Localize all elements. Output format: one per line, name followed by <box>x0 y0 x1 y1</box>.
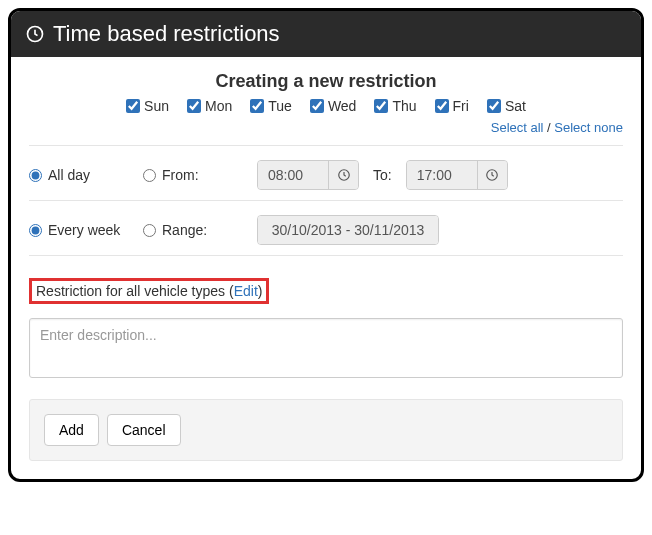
day-fri[interactable]: Fri <box>435 98 469 114</box>
clock-icon <box>25 24 45 44</box>
allday-label: All day <box>48 167 90 183</box>
panel-title: Time based restrictions <box>53 21 280 47</box>
time-restrictions-panel: Time based restrictions Creating a new r… <box>8 8 644 482</box>
day-sat-checkbox[interactable] <box>487 99 501 113</box>
day-wed[interactable]: Wed <box>310 98 357 114</box>
select-links: Select all / Select none <box>29 120 623 135</box>
from-time-input <box>257 160 359 190</box>
to-time-field[interactable] <box>407 161 477 189</box>
day-thu[interactable]: Thu <box>374 98 416 114</box>
day-wed-checkbox[interactable] <box>310 99 324 113</box>
day-tue-checkbox[interactable] <box>250 99 264 113</box>
day-sun-checkbox[interactable] <box>126 99 140 113</box>
week-row: Every week Range: <box>29 215 623 245</box>
cancel-button[interactable]: Cancel <box>107 414 181 446</box>
to-label: To: <box>373 167 392 183</box>
restriction-text: Restriction for all vehicle types <box>36 283 229 299</box>
everyweek-radio-group[interactable]: Every week <box>29 222 129 238</box>
range-label: Range: <box>162 222 207 238</box>
divider <box>29 145 623 146</box>
time-row: All day From: To: <box>29 160 623 190</box>
date-range-field[interactable] <box>258 216 438 244</box>
from-label: From: <box>162 167 199 183</box>
from-radio[interactable] <box>143 169 156 182</box>
everyweek-label: Every week <box>48 222 120 238</box>
subtitle: Creating a new restriction <box>29 71 623 92</box>
footer-actions: Add Cancel <box>29 399 623 461</box>
day-fri-checkbox[interactable] <box>435 99 449 113</box>
select-none-link[interactable]: Select none <box>554 120 623 135</box>
clock-icon[interactable] <box>477 161 507 189</box>
panel-body: Creating a new restriction Sun Mon Tue W… <box>11 57 641 479</box>
day-mon-checkbox[interactable] <box>187 99 201 113</box>
panel-header: Time based restrictions <box>11 11 641 57</box>
date-range-input <box>257 215 439 245</box>
from-radio-group[interactable]: From: <box>143 167 243 183</box>
clock-icon[interactable] <box>328 161 358 189</box>
day-mon[interactable]: Mon <box>187 98 232 114</box>
day-sun[interactable]: Sun <box>126 98 169 114</box>
allday-radio[interactable] <box>29 169 42 182</box>
divider <box>29 200 623 201</box>
restriction-vehicle-types: Restriction for all vehicle types (Edit) <box>29 278 269 304</box>
select-all-link[interactable]: Select all <box>491 120 544 135</box>
edit-link[interactable]: Edit <box>234 283 258 299</box>
everyweek-radio[interactable] <box>29 224 42 237</box>
range-radio-group[interactable]: Range: <box>143 222 243 238</box>
day-tue[interactable]: Tue <box>250 98 292 114</box>
range-radio[interactable] <box>143 224 156 237</box>
to-time-input <box>406 160 508 190</box>
day-sat[interactable]: Sat <box>487 98 526 114</box>
days-row: Sun Mon Tue Wed Thu Fri Sat <box>29 98 623 114</box>
day-thu-checkbox[interactable] <box>374 99 388 113</box>
add-button[interactable]: Add <box>44 414 99 446</box>
divider <box>29 255 623 256</box>
description-textarea[interactable] <box>29 318 623 378</box>
allday-radio-group[interactable]: All day <box>29 167 129 183</box>
from-time-field[interactable] <box>258 161 328 189</box>
